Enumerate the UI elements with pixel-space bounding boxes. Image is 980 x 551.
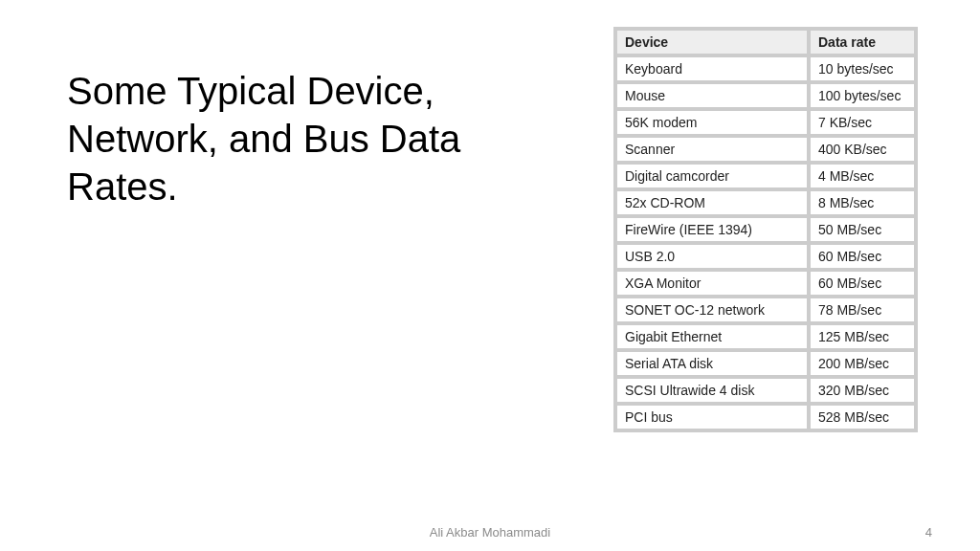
slide: Some Typical Device, Network, and Bus Da… <box>0 0 980 551</box>
table-header-row: Device Data rate <box>616 30 915 55</box>
table-row: Digital camcorder4 MB/sec <box>616 164 915 188</box>
table-cell-rate: 320 MB/sec <box>810 378 915 403</box>
table-row: SONET OC-12 network78 MB/sec <box>616 298 915 322</box>
table-cell-device: 52x CD-ROM <box>616 190 808 215</box>
table-cell-rate: 60 MB/sec <box>810 244 915 269</box>
table-cell-device: Keyboard <box>616 56 808 81</box>
table-cell-rate: 528 MB/sec <box>810 405 915 430</box>
table-row: Keyboard10 bytes/sec <box>616 56 915 81</box>
table-row: 52x CD-ROM8 MB/sec <box>616 190 915 215</box>
table-cell-device: Mouse <box>616 83 808 108</box>
table-cell-rate: 8 MB/sec <box>810 190 915 215</box>
table-cell-rate: 4 MB/sec <box>810 164 915 188</box>
table-header-device: Device <box>616 30 808 55</box>
table-cell-rate: 100 bytes/sec <box>810 83 915 108</box>
table-cell-device: Serial ATA disk <box>616 351 808 376</box>
table-cell-rate: 50 MB/sec <box>810 217 915 242</box>
table-cell-rate: 125 MB/sec <box>810 324 915 349</box>
table-cell-device: Scanner <box>616 137 808 162</box>
table-row: Serial ATA disk200 MB/sec <box>616 351 915 376</box>
table-cell-device: USB 2.0 <box>616 244 808 269</box>
table-cell-device: PCI bus <box>616 405 808 430</box>
table-row: USB 2.060 MB/sec <box>616 244 915 269</box>
footer-page-number: 4 <box>925 525 932 540</box>
table-cell-device: SONET OC-12 network <box>616 298 808 322</box>
table-cell-rate: 200 MB/sec <box>810 351 915 376</box>
table-header-rate: Data rate <box>810 30 915 55</box>
table-cell-rate: 7 KB/sec <box>810 110 915 135</box>
slide-title: Some Typical Device, Network, and Bus Da… <box>67 67 469 210</box>
table-cell-device: Digital camcorder <box>616 164 808 188</box>
table-cell-device: 56K modem <box>616 110 808 135</box>
table-row: FireWire (IEEE 1394)50 MB/sec <box>616 217 915 242</box>
table-cell-device: FireWire (IEEE 1394) <box>616 217 808 242</box>
table-row: Scanner400 KB/sec <box>616 137 915 162</box>
table-row: Gigabit Ethernet125 MB/sec <box>616 324 915 349</box>
table-cell-rate: 78 MB/sec <box>810 298 915 322</box>
table-cell-device: SCSI Ultrawide 4 disk <box>616 378 808 403</box>
table-row: XGA Monitor60 MB/sec <box>616 271 915 296</box>
data-rates-table: Device Data rate Keyboard10 bytes/secMou… <box>613 27 918 432</box>
table-cell-rate: 60 MB/sec <box>810 271 915 296</box>
table-cell-rate: 400 KB/sec <box>810 137 915 162</box>
table-cell-rate: 10 bytes/sec <box>810 56 915 81</box>
table-row: Mouse100 bytes/sec <box>616 83 915 108</box>
footer-author: Ali Akbar Mohammadi <box>0 525 980 540</box>
table-cell-device: Gigabit Ethernet <box>616 324 808 349</box>
table-cell-device: XGA Monitor <box>616 271 808 296</box>
table-row: SCSI Ultrawide 4 disk320 MB/sec <box>616 378 915 403</box>
table-row: PCI bus528 MB/sec <box>616 405 915 430</box>
table-row: 56K modem7 KB/sec <box>616 110 915 135</box>
